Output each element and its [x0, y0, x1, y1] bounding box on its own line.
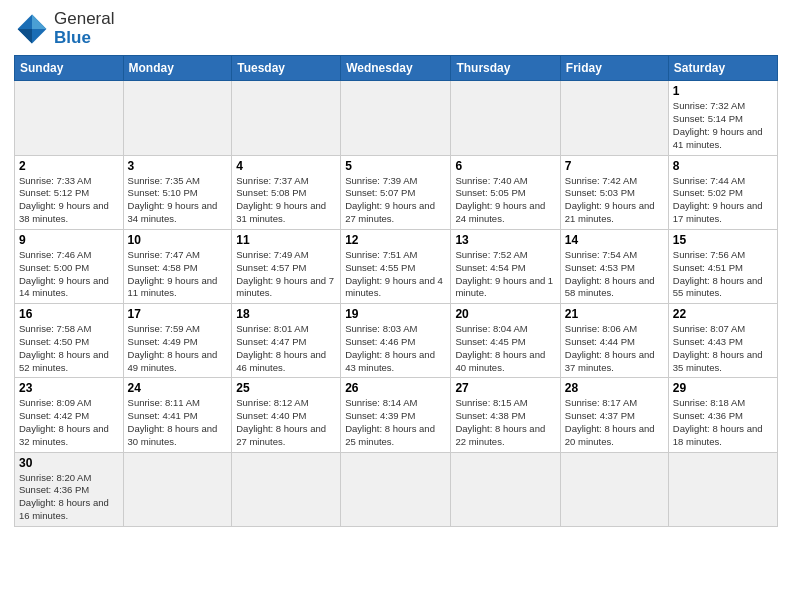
day-number: 10 [128, 233, 228, 247]
calendar-cell-3-6: 22Sunrise: 8:07 AM Sunset: 4:43 PM Dayli… [668, 304, 777, 378]
day-info: Sunrise: 7:47 AM Sunset: 4:58 PM Dayligh… [128, 249, 228, 300]
day-info: Sunrise: 7:56 AM Sunset: 4:51 PM Dayligh… [673, 249, 773, 300]
day-info: Sunrise: 7:37 AM Sunset: 5:08 PM Dayligh… [236, 175, 336, 226]
calendar-cell-4-6: 29Sunrise: 8:18 AM Sunset: 4:36 PM Dayli… [668, 378, 777, 452]
week-row-5: 30Sunrise: 8:20 AM Sunset: 4:36 PM Dayli… [15, 452, 778, 526]
calendar-cell-0-0 [15, 81, 124, 155]
calendar-cell-5-3 [341, 452, 451, 526]
day-number: 22 [673, 307, 773, 321]
calendar-cell-1-6: 8Sunrise: 7:44 AM Sunset: 5:02 PM Daylig… [668, 155, 777, 229]
day-info: Sunrise: 8:03 AM Sunset: 4:46 PM Dayligh… [345, 323, 446, 374]
day-number: 12 [345, 233, 446, 247]
day-number: 7 [565, 159, 664, 173]
day-number: 29 [673, 381, 773, 395]
day-info: Sunrise: 8:06 AM Sunset: 4:44 PM Dayligh… [565, 323, 664, 374]
day-info: Sunrise: 8:07 AM Sunset: 4:43 PM Dayligh… [673, 323, 773, 374]
calendar-cell-2-6: 15Sunrise: 7:56 AM Sunset: 4:51 PM Dayli… [668, 229, 777, 303]
calendar-cell-0-2 [232, 81, 341, 155]
day-number: 9 [19, 233, 119, 247]
day-number: 6 [455, 159, 555, 173]
day-info: Sunrise: 7:32 AM Sunset: 5:14 PM Dayligh… [673, 100, 773, 151]
day-number: 20 [455, 307, 555, 321]
day-number: 11 [236, 233, 336, 247]
calendar-cell-2-1: 10Sunrise: 7:47 AM Sunset: 4:58 PM Dayli… [123, 229, 232, 303]
week-row-2: 9Sunrise: 7:46 AM Sunset: 5:00 PM Daylig… [15, 229, 778, 303]
day-number: 21 [565, 307, 664, 321]
calendar-cell-0-3 [341, 81, 451, 155]
logo-text: General Blue [54, 10, 114, 47]
logo: General Blue [14, 10, 114, 47]
day-info: Sunrise: 7:49 AM Sunset: 4:57 PM Dayligh… [236, 249, 336, 300]
svg-marker-1 [32, 14, 46, 28]
week-row-3: 16Sunrise: 7:58 AM Sunset: 4:50 PM Dayli… [15, 304, 778, 378]
day-info: Sunrise: 7:35 AM Sunset: 5:10 PM Dayligh… [128, 175, 228, 226]
day-info: Sunrise: 7:46 AM Sunset: 5:00 PM Dayligh… [19, 249, 119, 300]
calendar-cell-0-5 [560, 81, 668, 155]
weekday-header-friday: Friday [560, 56, 668, 81]
header: General Blue [14, 10, 778, 47]
calendar-cell-5-5 [560, 452, 668, 526]
calendar-cell-4-5: 28Sunrise: 8:17 AM Sunset: 4:37 PM Dayli… [560, 378, 668, 452]
day-info: Sunrise: 8:04 AM Sunset: 4:45 PM Dayligh… [455, 323, 555, 374]
calendar-cell-4-4: 27Sunrise: 8:15 AM Sunset: 4:38 PM Dayli… [451, 378, 560, 452]
day-info: Sunrise: 7:58 AM Sunset: 4:50 PM Dayligh… [19, 323, 119, 374]
calendar-cell-3-4: 20Sunrise: 8:04 AM Sunset: 4:45 PM Dayli… [451, 304, 560, 378]
day-number: 19 [345, 307, 446, 321]
svg-marker-2 [18, 29, 32, 43]
calendar-cell-1-1: 3Sunrise: 7:35 AM Sunset: 5:10 PM Daylig… [123, 155, 232, 229]
week-row-1: 2Sunrise: 7:33 AM Sunset: 5:12 PM Daylig… [15, 155, 778, 229]
day-info: Sunrise: 8:18 AM Sunset: 4:36 PM Dayligh… [673, 397, 773, 448]
calendar-cell-5-2 [232, 452, 341, 526]
page: General Blue SundayMondayTuesdayWednesda… [0, 0, 792, 612]
logo-icon [14, 11, 50, 47]
day-number: 24 [128, 381, 228, 395]
day-number: 25 [236, 381, 336, 395]
week-row-0: 1Sunrise: 7:32 AM Sunset: 5:14 PM Daylig… [15, 81, 778, 155]
day-number: 1 [673, 84, 773, 98]
day-number: 18 [236, 307, 336, 321]
logo-blue-text: Blue [54, 28, 91, 47]
calendar-cell-4-0: 23Sunrise: 8:09 AM Sunset: 4:42 PM Dayli… [15, 378, 124, 452]
calendar-cell-3-2: 18Sunrise: 8:01 AM Sunset: 4:47 PM Dayli… [232, 304, 341, 378]
weekday-header-row: SundayMondayTuesdayWednesdayThursdayFrid… [15, 56, 778, 81]
day-info: Sunrise: 8:14 AM Sunset: 4:39 PM Dayligh… [345, 397, 446, 448]
day-number: 16 [19, 307, 119, 321]
day-number: 28 [565, 381, 664, 395]
day-number: 8 [673, 159, 773, 173]
calendar-cell-2-5: 14Sunrise: 7:54 AM Sunset: 4:53 PM Dayli… [560, 229, 668, 303]
calendar-cell-0-4 [451, 81, 560, 155]
day-info: Sunrise: 7:42 AM Sunset: 5:03 PM Dayligh… [565, 175, 664, 226]
week-row-4: 23Sunrise: 8:09 AM Sunset: 4:42 PM Dayli… [15, 378, 778, 452]
calendar-cell-0-1 [123, 81, 232, 155]
calendar-table: SundayMondayTuesdayWednesdayThursdayFrid… [14, 55, 778, 527]
day-number: 2 [19, 159, 119, 173]
day-info: Sunrise: 7:40 AM Sunset: 5:05 PM Dayligh… [455, 175, 555, 226]
day-number: 4 [236, 159, 336, 173]
weekday-header-tuesday: Tuesday [232, 56, 341, 81]
calendar-cell-4-1: 24Sunrise: 8:11 AM Sunset: 4:41 PM Dayli… [123, 378, 232, 452]
calendar-cell-1-2: 4Sunrise: 7:37 AM Sunset: 5:08 PM Daylig… [232, 155, 341, 229]
day-info: Sunrise: 8:11 AM Sunset: 4:41 PM Dayligh… [128, 397, 228, 448]
calendar-cell-5-1 [123, 452, 232, 526]
calendar-cell-3-3: 19Sunrise: 8:03 AM Sunset: 4:46 PM Dayli… [341, 304, 451, 378]
day-info: Sunrise: 7:39 AM Sunset: 5:07 PM Dayligh… [345, 175, 446, 226]
calendar-cell-1-5: 7Sunrise: 7:42 AM Sunset: 5:03 PM Daylig… [560, 155, 668, 229]
day-info: Sunrise: 8:20 AM Sunset: 4:36 PM Dayligh… [19, 472, 119, 523]
day-info: Sunrise: 7:44 AM Sunset: 5:02 PM Dayligh… [673, 175, 773, 226]
day-info: Sunrise: 8:12 AM Sunset: 4:40 PM Dayligh… [236, 397, 336, 448]
day-info: Sunrise: 7:52 AM Sunset: 4:54 PM Dayligh… [455, 249, 555, 300]
calendar-cell-2-3: 12Sunrise: 7:51 AM Sunset: 4:55 PM Dayli… [341, 229, 451, 303]
calendar-cell-5-0: 30Sunrise: 8:20 AM Sunset: 4:36 PM Dayli… [15, 452, 124, 526]
day-info: Sunrise: 8:17 AM Sunset: 4:37 PM Dayligh… [565, 397, 664, 448]
day-number: 15 [673, 233, 773, 247]
calendar-cell-0-6: 1Sunrise: 7:32 AM Sunset: 5:14 PM Daylig… [668, 81, 777, 155]
calendar-cell-2-2: 11Sunrise: 7:49 AM Sunset: 4:57 PM Dayli… [232, 229, 341, 303]
calendar-cell-3-5: 21Sunrise: 8:06 AM Sunset: 4:44 PM Dayli… [560, 304, 668, 378]
day-number: 5 [345, 159, 446, 173]
day-info: Sunrise: 8:15 AM Sunset: 4:38 PM Dayligh… [455, 397, 555, 448]
day-number: 3 [128, 159, 228, 173]
day-info: Sunrise: 7:33 AM Sunset: 5:12 PM Dayligh… [19, 175, 119, 226]
weekday-header-sunday: Sunday [15, 56, 124, 81]
weekday-header-thursday: Thursday [451, 56, 560, 81]
day-info: Sunrise: 7:59 AM Sunset: 4:49 PM Dayligh… [128, 323, 228, 374]
